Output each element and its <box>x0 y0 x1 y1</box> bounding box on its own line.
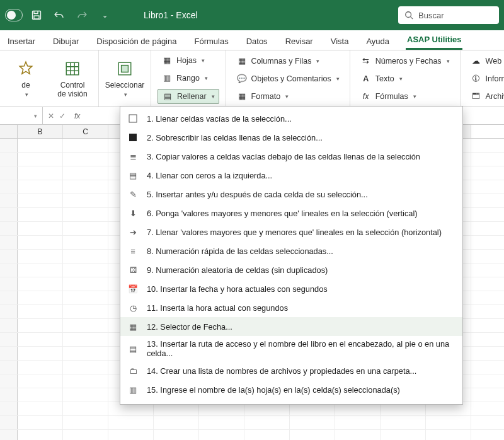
tab-formulas[interactable]: Fórmulas <box>193 33 229 50</box>
tab-ayuda[interactable]: Ayuda <box>365 33 391 50</box>
btn-formato[interactable]: ▦Formato▾ <box>232 90 343 103</box>
title-bar: ⌄ Libro1 - Excel Buscar <box>0 0 504 30</box>
quick-access-toolbar: ⌄ <box>5 6 113 24</box>
menu-item-file-list[interactable]: 🗀14. Crear una lista de nombres de archi… <box>120 361 462 380</box>
cancel-icon[interactable]: ✕ <box>48 112 54 120</box>
btn-texto[interactable]: ATexto▾ <box>357 72 454 86</box>
fx-icon: fx <box>360 91 372 102</box>
menu-item-linear-horizontal[interactable]: ➔7. Llenar 'valores mayores que y menore… <box>120 223 462 241</box>
svg-rect-6 <box>129 115 137 122</box>
columns-rows-icon: ▦ <box>236 55 248 67</box>
search-icon <box>404 11 413 20</box>
svg-rect-1 <box>34 16 39 19</box>
objects-icon: 💬 <box>236 73 248 84</box>
numbers-icon: ⇆ <box>360 55 372 67</box>
col-header[interactable]: C <box>63 125 108 138</box>
svg-point-2 <box>406 12 411 18</box>
btn-web[interactable]: ☁Web▾ <box>467 54 504 68</box>
menu-item-insert-path[interactable]: ▤13. Insertar la ruta de acceso y el nom… <box>120 336 462 361</box>
format-icon: ▦ <box>236 91 248 102</box>
btn-columnas-filas[interactable]: ▦Columnas y Filas▾ <box>232 54 343 68</box>
btn-rellenar[interactable]: ▤Rellenar▾ <box>158 89 219 104</box>
arrow-down-icon: ⬇ <box>127 207 139 219</box>
filled-square-icon <box>127 131 139 144</box>
tab-vista[interactable]: Vista <box>329 33 350 50</box>
info-icon: 🛈 <box>471 73 482 84</box>
select-icon <box>115 59 135 79</box>
search-placeholder: Buscar <box>418 11 444 20</box>
date-picker-icon: ▦ <box>127 320 139 333</box>
tab-asap-utilities[interactable]: ASAP Utilities <box>406 31 462 50</box>
clock-icon: ◷ <box>127 301 139 314</box>
menu-item-zeros-left[interactable]: ▤4. Llenar con ceros a la izquierda... <box>120 166 462 185</box>
sheets-icon: ▦ <box>161 55 173 66</box>
sheet-name-icon: ▥ <box>127 383 139 396</box>
btn-objetos[interactable]: 💬Objetos y Comentarios▾ <box>232 72 343 86</box>
autosave-toggle[interactable] <box>5 6 23 24</box>
fill-icon: ▤ <box>162 91 173 102</box>
menu-item-insert-around[interactable]: ✎5. Insertar antes y/u después de cada c… <box>120 185 462 204</box>
web-icon: ☁ <box>471 55 482 67</box>
rellenar-menu: 1. Llenar celdas vacías de la selección.… <box>120 106 463 405</box>
menu-item-date-picker[interactable]: ▦12. Selector de Fecha... <box>120 317 462 336</box>
numbered-list-icon: ≡ <box>127 245 139 257</box>
empty-square-icon <box>127 112 139 125</box>
tab-insertar[interactable]: Insertar <box>6 33 37 50</box>
ribbon: de▾ Control de visión Seleccionar▾ ▦Hoja… <box>0 50 504 107</box>
star-icon <box>16 59 36 79</box>
menu-item-linear-vertical[interactable]: ⬇6. Ponga 'valores mayores y menores que… <box>120 204 462 223</box>
confirm-icon[interactable]: ✓ <box>59 112 66 120</box>
copy-down-icon: ≣ <box>127 150 139 163</box>
redo-icon[interactable] <box>73 6 91 24</box>
fx-label[interactable]: fx <box>71 112 84 120</box>
name-box[interactable]: ▾ <box>0 107 43 124</box>
tab-disposicion[interactable]: Disposición de página <box>95 33 178 50</box>
save-icon[interactable] <box>28 6 45 24</box>
btn-seleccionar[interactable]: Seleccionar▾ <box>105 59 144 98</box>
menu-item-insert-datetime[interactable]: 📅10. Insertar la fecha y hora actuales c… <box>120 279 462 298</box>
svg-rect-3 <box>66 63 79 76</box>
btn-hojas[interactable]: ▦Hojas▾ <box>158 54 219 67</box>
range-icon: ▥ <box>161 72 173 84</box>
btn-numeros-fechas[interactable]: ⇆Números y Fechas▾ <box>357 54 454 68</box>
menu-item-random-number[interactable]: ⚄9. Numeración aleatoria de celdas (sin … <box>120 260 462 279</box>
calendar-icon: 📅 <box>127 282 139 295</box>
folder-list-icon: 🗀 <box>127 364 139 377</box>
search-box[interactable]: Buscar <box>398 6 499 24</box>
svg-rect-7 <box>129 134 137 141</box>
menu-item-sheet-names[interactable]: ▥15. Ingrese el nombre de la(s) hoja(s) … <box>120 380 462 399</box>
leading-zeros-icon: ▤ <box>127 169 139 182</box>
menu-item-fill-empty[interactable]: 1. Llenar celdas vacías de la selección.… <box>120 109 462 128</box>
svg-rect-5 <box>122 66 129 72</box>
btn-control-vision[interactable]: Control de visión <box>53 59 92 98</box>
text-icon: A <box>360 73 372 84</box>
undo-icon[interactable] <box>50 6 68 24</box>
btn-informacion[interactable]: 🛈Información▾ <box>467 72 504 86</box>
menu-item-quick-number[interactable]: ≡8. Numeración rápida de las celdas sele… <box>120 241 462 260</box>
tab-revisar[interactable]: Revisar <box>284 33 314 50</box>
btn-archivo-sistema[interactable]: 🗔Archivo y Sistema▾ <box>467 90 504 103</box>
window-title: Libro1 - Excel <box>144 10 198 20</box>
menu-item-copy-down[interactable]: ≣3. Copiar valores a celdas vacías debaj… <box>120 147 462 166</box>
random-icon: ⚄ <box>127 263 139 276</box>
tab-datos[interactable]: Datos <box>245 33 269 50</box>
btn-rango[interactable]: ▥Rango▾ <box>158 71 219 85</box>
btn-formulas[interactable]: fxFórmulas▾ <box>357 90 454 103</box>
qat-customize-icon[interactable]: ⌄ <box>96 6 113 24</box>
path-icon: ▤ <box>127 342 139 355</box>
menu-item-insert-time[interactable]: ◷11. Inserta la hora actual con segundos <box>120 298 462 317</box>
system-icon: 🗔 <box>471 91 482 102</box>
menu-item-overwrite[interactable]: 2. Sobrescribir las celdas llenas de la … <box>120 128 462 147</box>
ribbon-tabs: Insertar Dibujar Disposición de página F… <box>0 30 504 50</box>
arrow-right-icon: ➔ <box>127 226 139 238</box>
select-all-corner[interactable] <box>0 125 18 138</box>
btn-de[interactable]: de▾ <box>6 59 45 98</box>
grid-icon <box>62 59 83 79</box>
col-header[interactable]: B <box>18 125 63 138</box>
tab-dibujar[interactable]: Dibujar <box>52 33 80 50</box>
insert-around-icon: ✎ <box>127 188 139 200</box>
